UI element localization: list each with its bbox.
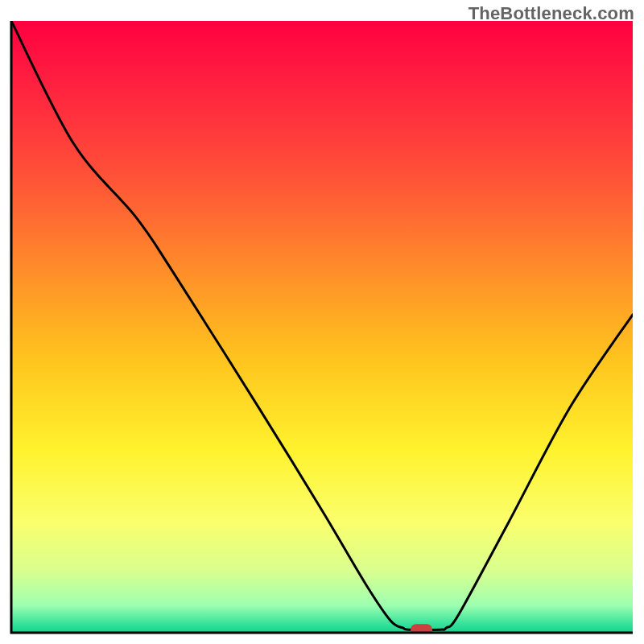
chart-svg xyxy=(0,0,644,644)
attribution-label: TheBottleneck.com xyxy=(469,3,634,24)
bottleneck-chart: TheBottleneck.com xyxy=(0,0,644,644)
plot-area xyxy=(11,21,633,635)
gradient-background xyxy=(11,21,633,633)
